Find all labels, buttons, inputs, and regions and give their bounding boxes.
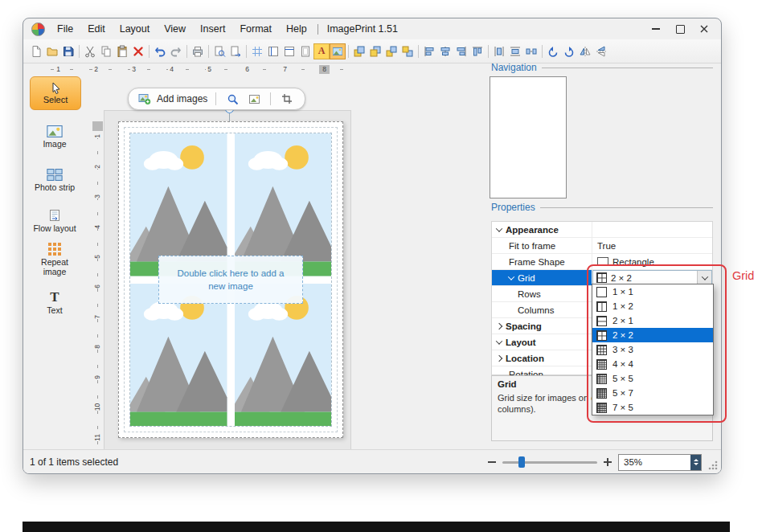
distribute-vertical-icon[interactable] (507, 43, 523, 59)
align-left-icon[interactable] (421, 43, 437, 59)
resize-grip[interactable] (707, 459, 718, 470)
spin-up-icon (694, 459, 698, 461)
dropdown-option-1x1[interactable]: 1 × 1 (592, 284, 713, 299)
align-top-icon[interactable] (469, 43, 485, 59)
dropdown-option-7x5[interactable]: 7 × 5 (592, 400, 713, 415)
property-row-fit-to-frame[interactable]: Fit to frame True (492, 238, 712, 254)
rotate-right-icon[interactable] (561, 43, 577, 59)
insert-image-icon[interactable] (330, 43, 346, 59)
horizontal-ruler: 1 2 3 4 5 6 7 8 (28, 64, 348, 75)
distribute-horizontal-icon[interactable] (491, 43, 507, 59)
property-value[interactable]: True (597, 241, 616, 251)
rotate-left-icon[interactable] (545, 43, 561, 59)
print-preview-icon[interactable] (211, 43, 227, 59)
property-value[interactable]: Rectangle (612, 257, 654, 267)
navigation-page-preview[interactable] (490, 76, 567, 198)
fit-image-icon[interactable] (246, 91, 262, 107)
dropdown-option-3x3[interactable]: 3 × 3 (592, 342, 713, 357)
tool-image-button[interactable]: Image (30, 120, 80, 155)
menu-view[interactable]: View (157, 18, 193, 39)
export-icon[interactable] (227, 43, 244, 59)
zoom-out-icon[interactable] (488, 461, 496, 463)
chevron-down-icon[interactable] (508, 273, 514, 280)
grid-7x5-icon (596, 403, 607, 413)
minimize-button[interactable] (644, 20, 668, 38)
chevron-right-icon[interactable] (496, 322, 502, 329)
highlight-text-icon[interactable]: A (313, 43, 330, 59)
chevron-right-icon[interactable] (496, 354, 502, 361)
main-toolbar: A (23, 39, 721, 63)
tool-photo-strip-button[interactable]: Photo strip (30, 163, 80, 198)
grid-image-cell[interactable] (235, 284, 332, 427)
print-page[interactable]: Double click here to add a new image (118, 121, 343, 438)
tool-flow-layout-button[interactable]: Flow layout (30, 203, 80, 239)
dropdown-option-2x2[interactable]: 2 × 2 (592, 328, 713, 342)
add-image-placeholder[interactable]: Double click here to add a new image (158, 256, 303, 304)
ruler-number: 5 (206, 65, 213, 74)
property-label: Appearance (506, 225, 559, 235)
menu-file[interactable]: File (50, 18, 80, 39)
property-row-frame-shape[interactable]: Frame Shape Rectangle (492, 254, 712, 270)
property-label: Rows (518, 289, 541, 299)
flip-vertical-icon[interactable] (593, 43, 609, 59)
delete-icon[interactable] (130, 43, 146, 59)
zoom-in-icon[interactable] (604, 458, 612, 466)
minimize-icon (652, 28, 660, 30)
snap-vertical-guide-icon[interactable] (265, 43, 281, 59)
paste-icon[interactable] (114, 43, 130, 59)
grid-image-cell[interactable] (235, 133, 332, 276)
menu-insert[interactable]: Insert (193, 18, 232, 39)
combobox-dropdown-button[interactable] (697, 271, 711, 284)
redo-icon[interactable] (168, 43, 184, 59)
cut-icon[interactable] (82, 43, 98, 59)
chevron-down-icon[interactable] (496, 338, 502, 344)
send-to-back-icon[interactable] (367, 43, 383, 59)
zoom-search-icon[interactable] (224, 91, 240, 107)
tool-repeat-image-button[interactable]: Repeat image (30, 242, 80, 277)
undo-icon[interactable] (152, 43, 168, 59)
align-right-icon[interactable] (453, 43, 469, 59)
separator (542, 68, 713, 68)
print-icon[interactable] (190, 43, 206, 59)
tool-label: Repeat image (30, 258, 80, 276)
chevron-down-icon[interactable] (496, 225, 502, 231)
align-center-icon[interactable] (437, 43, 453, 59)
bring-forward-icon[interactable] (383, 43, 399, 59)
crop-icon[interactable] (279, 91, 295, 107)
tool-select-button[interactable]: Select (30, 76, 81, 110)
save-icon[interactable] (60, 43, 76, 59)
flip-horizontal-icon[interactable] (577, 43, 593, 59)
open-icon[interactable] (44, 43, 60, 59)
property-row-appearance[interactable]: Appearance (492, 222, 712, 238)
close-button[interactable] (692, 20, 716, 38)
grid-image-cell[interactable] (130, 133, 227, 276)
dropdown-option-2x1[interactable]: 2 × 1 (592, 313, 713, 328)
maximize-button[interactable] (668, 20, 692, 38)
dropdown-option-5x5[interactable]: 5 × 5 (592, 371, 713, 386)
tool-text-button[interactable]: T Text (30, 285, 80, 321)
menu-help[interactable]: Help (279, 18, 314, 39)
repeat-image-icon (48, 243, 61, 256)
grid-icon[interactable] (249, 43, 265, 59)
new-document-icon[interactable] (28, 43, 44, 59)
bring-to-front-icon[interactable] (351, 43, 367, 59)
copy-icon[interactable] (98, 43, 114, 59)
snap-horizontal-guide-icon[interactable] (281, 43, 297, 59)
menu-edit[interactable]: Edit (80, 18, 113, 39)
zoom-level-combobox[interactable]: 35% (618, 454, 702, 471)
ruler-number: 5 (93, 255, 102, 259)
send-backward-icon[interactable] (399, 43, 416, 59)
slider-track[interactable] (502, 461, 597, 464)
space-evenly-icon[interactable] (523, 43, 539, 59)
zoom-slider[interactable] (502, 456, 597, 468)
grid-image-cell[interactable] (130, 284, 227, 427)
dropdown-option-1x2[interactable]: 1 × 2 (592, 299, 713, 313)
menu-format[interactable]: Format (232, 18, 279, 39)
page-setup-icon[interactable] (297, 43, 313, 59)
menu-layout[interactable]: Layout (113, 18, 158, 39)
add-images-button[interactable]: Add images (157, 93, 207, 104)
slider-thumb[interactable] (518, 456, 525, 468)
zoom-spinner[interactable] (690, 455, 701, 470)
dropdown-option-5x7[interactable]: 5 × 7 (592, 386, 713, 400)
dropdown-option-4x4[interactable]: 4 × 4 (592, 357, 713, 371)
